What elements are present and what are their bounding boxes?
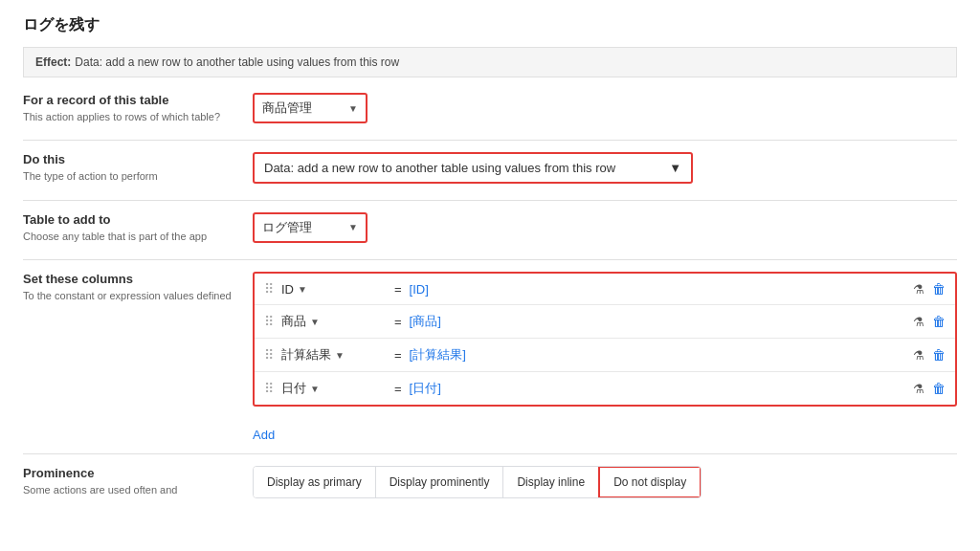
drag-handle-icon[interactable]: ⠿ [264, 381, 274, 396]
add-button[interactable]: Add [253, 428, 275, 442]
delete-icon[interactable]: 🗑 [932, 347, 946, 363]
table-row: ⠿ 商品 ▼ = [商品] ⚗ 🗑 [255, 305, 955, 339]
for-record-title: For a record of this table [23, 93, 234, 107]
column-name-select-2[interactable]: 計算結果 ▼ [281, 346, 387, 364]
table-add-row: Table to add to Choose any table that is… [23, 212, 957, 244]
chevron-down-icon: ▼ [348, 222, 358, 232]
column-value-2[interactable]: [計算結果] [410, 346, 905, 364]
chevron-down-icon: ▼ [310, 317, 320, 327]
drag-handle-icon[interactable]: ⠿ [264, 347, 274, 363]
column-value-3[interactable]: [日付] [410, 380, 905, 397]
flask-icon[interactable]: ⚗ [913, 315, 924, 329]
effect-label: Effect: [35, 55, 71, 69]
do-this-label: Do this The type of action to perform [23, 152, 234, 184]
effect-text: Data: add a new row to another table usi… [75, 55, 399, 69]
do-this-control: Data: add a new row to another table usi… [253, 152, 957, 184]
equals-sign: = [394, 382, 402, 396]
column-name-0: ID [281, 282, 294, 297]
table-add-select[interactable]: ログ管理 ▼ [253, 212, 368, 243]
table-add-desc: Choose any table that is part of the app [23, 230, 234, 244]
column-value-1[interactable]: [商品] [410, 313, 905, 330]
table-row: ⠿ ID ▼ = [ID] ⚗ 🗑 [255, 274, 955, 305]
prominence-title: Prominence [23, 466, 234, 480]
column-name-select-1[interactable]: 商品 ▼ [281, 313, 387, 330]
for-record-control: 商品管理 ▼ [253, 93, 957, 123]
effect-bar: Effect:Data: add a new row to another ta… [23, 47, 957, 77]
prominence-buttons: Display as primary Display prominently D… [253, 466, 702, 498]
column-value-0[interactable]: [ID] [410, 282, 905, 297]
page-title: ログを残す [23, 15, 957, 35]
for-record-select[interactable]: 商品管理 ▼ [253, 93, 368, 123]
display-prominently-button[interactable]: Display prominently [376, 467, 504, 497]
do-this-select[interactable]: Data: add a new row to another table usi… [253, 152, 693, 184]
delete-icon[interactable]: 🗑 [932, 381, 946, 396]
do-not-display-button[interactable]: Do not display [598, 466, 702, 498]
table-row: ⠿ 計算結果 ▼ = [計算結果] ⚗ 🗑 [255, 339, 955, 372]
table-add-value: ログ管理 [262, 219, 312, 236]
column-name-2: 計算結果 [281, 346, 331, 364]
delete-icon[interactable]: 🗑 [932, 314, 946, 329]
for-record-value: 商品管理 [262, 99, 312, 117]
table-add-control: ログ管理 ▼ [253, 212, 957, 243]
table-add-label: Table to add to Choose any table that is… [23, 212, 234, 244]
chevron-down-icon: ▼ [348, 103, 358, 114]
delete-icon[interactable]: 🗑 [932, 281, 946, 297]
chevron-down-icon: ▼ [335, 350, 345, 361]
display-inline-button[interactable]: Display inline [503, 467, 599, 497]
do-this-row: Do this The type of action to perform Da… [23, 152, 957, 184]
prominence-label: Prominence Some actions are used often a… [23, 466, 234, 497]
for-record-row: For a record of this table This action a… [23, 93, 957, 124]
equals-sign: = [394, 282, 402, 297]
do-this-title: Do this [23, 152, 234, 166]
flask-icon[interactable]: ⚗ [913, 348, 924, 363]
drag-handle-icon[interactable]: ⠿ [264, 314, 274, 329]
flask-icon[interactable]: ⚗ [913, 282, 924, 297]
table-row: ⠿ 日付 ▼ = [日付] ⚗ 🗑 [255, 372, 955, 405]
do-this-desc: The type of action to perform [23, 169, 234, 184]
chevron-down-icon: ▼ [310, 384, 320, 394]
columns-table: ⠿ ID ▼ = [ID] ⚗ 🗑 ⠿ 商品 ▼ = [商品] ⚗ [253, 272, 957, 407]
column-name-3: 日付 [281, 380, 306, 397]
equals-sign: = [394, 315, 402, 329]
drag-handle-icon[interactable]: ⠿ [264, 281, 274, 297]
set-columns-desc: To the constant or expression values def… [23, 289, 234, 303]
column-name-select-0[interactable]: ID ▼ [281, 282, 387, 297]
set-columns-label: Set these columns To the constant or exp… [23, 272, 234, 303]
set-columns-section: Set these columns To the constant or exp… [23, 272, 957, 407]
set-columns-title: Set these columns [23, 272, 234, 286]
flask-icon[interactable]: ⚗ [913, 382, 924, 396]
do-this-value: Data: add a new row to another table usi… [264, 161, 615, 175]
table-add-title: Table to add to [23, 212, 234, 227]
chevron-down-icon: ▼ [669, 161, 681, 175]
column-name-1: 商品 [281, 313, 306, 330]
column-name-select-3[interactable]: 日付 ▼ [281, 380, 387, 397]
display-primary-button[interactable]: Display as primary [254, 467, 376, 497]
prominence-desc: Some actions are used often and [23, 483, 234, 497]
for-record-desc: This action applies to rows of which tab… [23, 110, 234, 124]
chevron-down-icon: ▼ [298, 284, 307, 295]
equals-sign: = [394, 348, 402, 363]
prominence-row: Prominence Some actions are used often a… [23, 466, 957, 498]
for-record-label: For a record of this table This action a… [23, 93, 234, 124]
